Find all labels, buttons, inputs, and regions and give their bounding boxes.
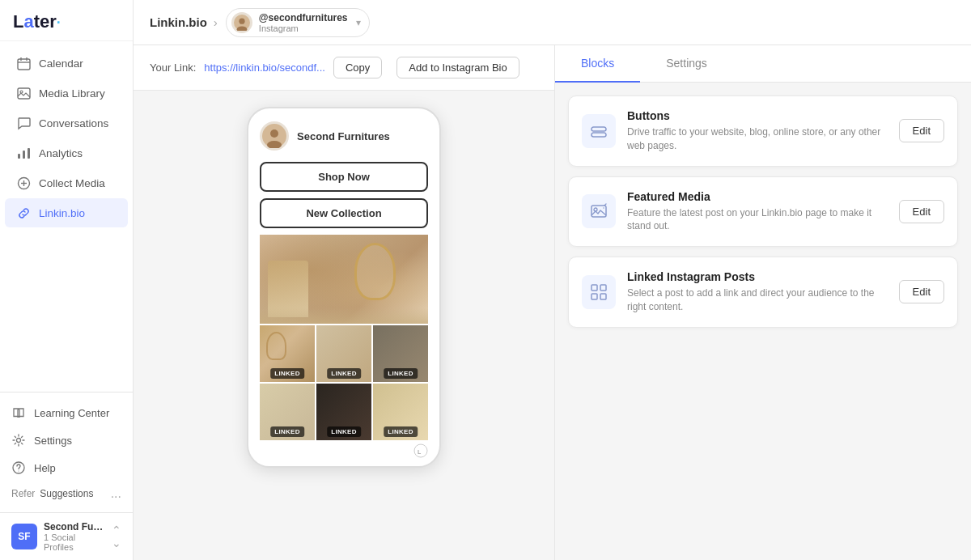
gear-icon <box>11 433 26 448</box>
svg-rect-25 <box>592 206 606 217</box>
sidebar-item-label: Learning Center <box>34 407 109 419</box>
svg-rect-4 <box>18 88 30 99</box>
refer-label: Refer <box>11 488 35 499</box>
svg-rect-0 <box>18 59 30 70</box>
sidebar-item-label: Media Library <box>39 87 105 100</box>
account-bar[interactable]: SF Second Furnitur... 1 Social Profiles … <box>0 512 133 560</box>
phone-grid-cell-2: LINKED <box>316 325 371 382</box>
sidebar-item-linkin-bio[interactable]: Linkin.bio <box>5 198 128 227</box>
breadcrumb-title: Linkin.bio <box>150 15 207 29</box>
svg-line-28 <box>604 204 606 206</box>
featured-media-icon-wrap <box>582 194 616 228</box>
sidebar-item-help[interactable]: Help <box>0 454 133 482</box>
chevron-up-down-icon: ⌃⌄ <box>112 524 121 549</box>
svg-rect-24 <box>592 133 606 137</box>
sidebar-item-media-library[interactable]: Media Library <box>5 78 128 108</box>
blocks-list: Buttons Drive traffic to your website, b… <box>555 83 971 560</box>
account-info: Second Furnitur... 1 Social Profiles <box>44 521 105 552</box>
phone-featured-image <box>260 235 428 324</box>
buttons-icon <box>589 121 608 141</box>
link-url[interactable]: https://linkin.bio/secondf... <box>204 62 325 74</box>
phone-username: Second Furnitures <box>297 130 390 142</box>
top-bar: Linkin.bio › @secondfurnitures Instagram… <box>134 0 971 45</box>
link-bar: Your Link: https://linkin.bio/secondf...… <box>134 45 554 91</box>
right-panel: Blocks Settings Buttons <box>554 45 971 560</box>
book-icon <box>11 405 26 420</box>
block-featured-media-edit-button[interactable]: Edit <box>899 200 944 223</box>
phone-new-collection-button[interactable]: New Collection <box>260 198 428 228</box>
sidebar-item-label: Linkin.bio <box>39 207 85 219</box>
svg-rect-31 <box>592 294 597 299</box>
phone-grid-cell-3: LINKED <box>373 325 428 382</box>
breadcrumb: Linkin.bio › <box>150 15 218 29</box>
linked-badge-4: LINKED <box>270 426 304 437</box>
account-selector[interactable]: @secondfurnitures Instagram ▾ <box>226 8 370 37</box>
phone-shop-now-button[interactable]: Shop Now <box>260 162 428 192</box>
block-buttons-info: Buttons Drive traffic to your website, b… <box>627 109 888 153</box>
phone-footer: L <box>260 440 428 458</box>
svg-point-14 <box>19 471 19 472</box>
svg-rect-30 <box>600 285 606 291</box>
sidebar-item-settings[interactable]: Settings <box>0 426 133 454</box>
link-label: Your Link: <box>150 62 196 74</box>
sidebar-item-label: Help <box>34 462 56 474</box>
sidebar-item-label: Collect Media <box>39 177 105 189</box>
phone-profile: Second Furnitures <box>260 121 428 151</box>
linked-badge-6: LINKED <box>384 426 418 437</box>
add-to-instagram-bio-button[interactable]: Add to Instagram Bio <box>396 57 519 78</box>
account-selector-info: @secondfurnitures Instagram <box>259 12 348 33</box>
phone-grid-cell-5: LINKED <box>316 384 371 440</box>
phone-small-grid-row1: LINKED LINKED LINKED <box>260 325 428 382</box>
svg-point-5 <box>20 91 23 93</box>
sidebar-item-learning-center[interactable]: Learning Center <box>0 399 133 426</box>
svg-rect-7 <box>23 151 25 159</box>
tab-blocks[interactable]: Blocks <box>555 45 640 83</box>
account-selector-type: Instagram <box>259 23 348 33</box>
logo-dot-icon: · <box>57 15 61 31</box>
linked-badge-3: LINKED <box>384 368 418 379</box>
block-card-linked-instagram-posts: Linked Instagram Posts Select a post to … <box>568 257 958 328</box>
svg-rect-32 <box>600 294 606 299</box>
phone-avatar <box>260 121 289 151</box>
phone-grid-cell-1: LINKED <box>260 325 315 382</box>
block-buttons-title: Buttons <box>627 109 888 122</box>
block-featured-media-desc: Feature the latest post on your Linkin.b… <box>627 206 888 234</box>
svg-rect-8 <box>28 148 30 159</box>
calendar-icon <box>16 56 31 70</box>
block-buttons-desc: Drive traffic to your website, blog, onl… <box>627 125 888 153</box>
tab-settings[interactable]: Settings <box>640 45 733 83</box>
sidebar-item-calendar[interactable]: Calendar <box>5 49 128 78</box>
svg-text:L: L <box>418 449 422 455</box>
tabs-row: Blocks Settings <box>555 45 971 83</box>
content-area: Your Link: https://linkin.bio/secondf...… <box>134 45 971 560</box>
linked-badge-2: LINKED <box>327 368 361 379</box>
suggestions-link[interactable]: Suggestions <box>40 488 93 499</box>
account-sub: 1 Social Profiles <box>44 532 105 552</box>
sidebar-item-conversations[interactable]: Conversations <box>5 108 128 138</box>
phone-grid-cell-6: LINKED <box>373 384 428 440</box>
copy-button[interactable]: Copy <box>333 57 382 78</box>
svg-rect-29 <box>592 285 597 291</box>
block-linked-posts-edit-button[interactable]: Edit <box>899 280 944 303</box>
linked-badge-1: LINKED <box>270 368 304 379</box>
block-linked-posts-title: Linked Instagram Posts <box>627 270 888 283</box>
block-card-featured-media: Featured Media Feature the latest post o… <box>568 176 958 248</box>
account-selector-avatar <box>231 12 252 33</box>
logo: Later· <box>0 0 133 41</box>
block-linked-posts-info: Linked Instagram Posts Select a post to … <box>627 270 888 314</box>
link-icon <box>16 206 31 220</box>
block-buttons-edit-button[interactable]: Edit <box>899 119 944 142</box>
block-featured-media-title: Featured Media <box>627 190 888 203</box>
sidebar-item-label: Calendar <box>39 57 83 70</box>
help-icon <box>11 460 26 475</box>
phone-frame: Second Furnitures Shop Now New Collectio… <box>247 107 441 468</box>
sidebar-item-analytics[interactable]: Analytics <box>5 138 128 168</box>
account-avatar: SF <box>11 524 37 549</box>
svg-rect-23 <box>592 127 606 131</box>
more-dots[interactable]: ... <box>111 486 121 501</box>
phone-small-grid-row2: LINKED LINKED LINKED <box>260 384 428 440</box>
grid-icon-wrap <box>582 275 616 309</box>
sidebar-item-collect-media[interactable]: Collect Media <box>5 168 128 197</box>
block-featured-media-info: Featured Media Feature the latest post o… <box>627 190 888 234</box>
breadcrumb-separator: › <box>214 15 218 29</box>
